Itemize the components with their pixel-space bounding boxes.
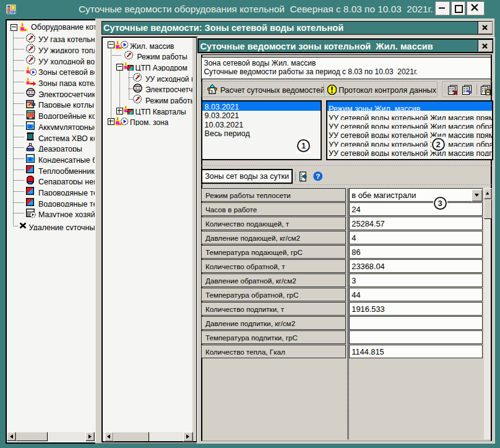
svg-text:?: ? <box>316 173 320 180</box>
